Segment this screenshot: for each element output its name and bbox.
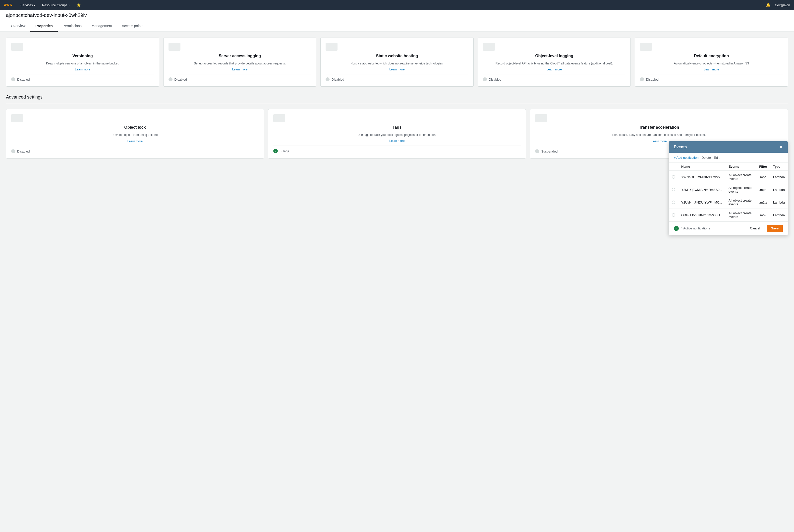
- versioning-learn-more[interactable]: Learn more: [11, 68, 154, 71]
- default-encryption-status-icon: [640, 77, 644, 81]
- object-lock-status: Disabled: [11, 149, 259, 153]
- row-radio-2[interactable]: [672, 188, 675, 191]
- row-2-type: Lambda: [770, 184, 788, 196]
- tab-overview[interactable]: Overview: [6, 21, 30, 32]
- resource-groups-nav-item[interactable]: Resource Groups ▾: [41, 0, 71, 10]
- services-nav-item[interactable]: Services ▾: [19, 0, 37, 10]
- tags-status: ✓ 3 Tags: [273, 149, 521, 153]
- tab-access-points-label: Access points: [122, 24, 144, 28]
- events-modal-close-icon[interactable]: ✕: [779, 145, 783, 149]
- tags-card[interactable]: Tags Use tags to track your cost against…: [268, 109, 526, 158]
- default-encryption-learn-more[interactable]: Learn more: [640, 68, 783, 71]
- static-hosting-title: Static website hosting: [325, 54, 469, 58]
- static-hosting-learn-more[interactable]: Learn more: [325, 68, 469, 71]
- filter-column-header: Filter: [756, 163, 770, 171]
- object-lock-description: Prevent objects from being deleted.: [11, 133, 259, 138]
- tags-status-label: 3 Tags: [280, 149, 289, 153]
- row-4-events: All object create events: [725, 209, 756, 222]
- default-encryption-status-label: Disabled: [646, 78, 659, 81]
- row-3-name: Y2UyNmJlNDUtYWFmMC...: [678, 196, 725, 209]
- advanced-settings-divider: [6, 104, 788, 104]
- transfer-acceleration-status-icon: [535, 149, 539, 153]
- resource-groups-label: Resource Groups: [42, 3, 68, 7]
- save-button[interactable]: Save: [767, 225, 783, 232]
- add-notification-button[interactable]: + Add notification: [674, 156, 698, 159]
- table-row: YWNhODFmMDItZDEwMy... All object create …: [669, 171, 788, 184]
- tab-management[interactable]: Management: [87, 21, 117, 32]
- events-modal-header: Events ✕: [669, 141, 788, 153]
- server-logging-status: Disabled: [169, 77, 311, 81]
- tags-learn-more[interactable]: Learn more: [273, 139, 521, 142]
- versioning-status-icon: [11, 77, 15, 81]
- object-logging-description: Record object-level API activity using t…: [483, 61, 626, 66]
- tab-permissions-label: Permissions: [63, 24, 82, 28]
- versioning-status-label: Disabled: [17, 78, 30, 81]
- default-encryption-status: Disabled: [640, 77, 783, 81]
- object-logging-icon: [483, 43, 495, 51]
- events-modal-actions: + Add notification Delete Edit: [669, 153, 788, 163]
- object-lock-learn-more[interactable]: Learn more: [11, 139, 259, 143]
- cancel-button[interactable]: Cancel: [746, 225, 764, 232]
- tags-divider: [273, 146, 521, 146]
- default-encryption-icon: [640, 43, 652, 51]
- row-radio-1[interactable]: [672, 175, 675, 179]
- transfer-acceleration-title: Transfer acceleration: [535, 125, 783, 130]
- server-logging-status-label: Disabled: [174, 78, 187, 81]
- row-3-type: Lambda: [770, 196, 788, 209]
- server-logging-title: Server access logging: [169, 54, 311, 58]
- name-column-header: Name: [678, 163, 725, 171]
- modal-footer-buttons: Cancel Save: [746, 225, 783, 232]
- transfer-acceleration-status-label: Suspended: [541, 150, 557, 153]
- user-menu[interactable]: alex@ajon: [775, 3, 790, 7]
- row-2-name: Y2M1YjEwMjAtNmRmZS0...: [678, 184, 725, 196]
- row-radio-3[interactable]: [672, 201, 675, 204]
- top-navigation: aws Services ▾ Resource Groups ▾ ⭐ 🔔 ale…: [0, 0, 794, 10]
- table-row: Y2UyNmJlNDUtYWFmMC... All object create …: [669, 196, 788, 209]
- tags-description: Use tags to track your cost against proj…: [273, 133, 521, 137]
- versioning-card[interactable]: Versioning Keep multiple versions of an …: [6, 38, 159, 87]
- title-bar: ajonpcatchatvod-dev-input-x0wh29iv: [0, 10, 794, 21]
- object-lock-status-icon: [11, 149, 15, 153]
- tab-properties[interactable]: Properties: [30, 21, 57, 32]
- object-logging-title: Object-level logging: [483, 54, 626, 58]
- events-modal-footer: ✓ 4 Active notifications Cancel Save: [669, 222, 788, 235]
- row-2-filter: .mp4: [756, 184, 770, 196]
- default-encryption-description: Automatically encrypt objects when store…: [640, 61, 783, 66]
- tab-properties-label: Properties: [35, 24, 53, 28]
- object-lock-status-label: Disabled: [17, 150, 30, 153]
- notification-bell-icon[interactable]: 🔔: [765, 3, 771, 7]
- server-logging-icon: [169, 43, 181, 51]
- favorites-icon[interactable]: ⭐: [75, 0, 82, 10]
- row-3-filter: .m2ts: [756, 196, 770, 209]
- object-level-logging-card[interactable]: Object-level logging Record object-level…: [478, 38, 631, 87]
- services-label: Services: [20, 3, 33, 7]
- object-logging-learn-more[interactable]: Learn more: [483, 68, 626, 71]
- static-hosting-icon: [325, 43, 338, 51]
- tags-icon: [273, 114, 285, 122]
- versioning-status: Disabled: [11, 77, 154, 81]
- events-table-header-row: Name Events Filter Type: [669, 163, 788, 171]
- delete-notification-button[interactable]: Delete: [701, 156, 711, 159]
- tags-status-check-icon: ✓: [273, 149, 278, 153]
- row-1-events: All object create events: [725, 171, 756, 184]
- tab-permissions[interactable]: Permissions: [58, 21, 87, 32]
- row-radio-4[interactable]: [672, 213, 675, 217]
- object-lock-card[interactable]: Object lock Prevent objects from being d…: [6, 109, 264, 158]
- static-hosting-status-label: Disabled: [332, 78, 344, 81]
- static-website-hosting-card[interactable]: Static website hosting Host a static web…: [320, 38, 474, 87]
- object-logging-status-label: Disabled: [489, 78, 502, 81]
- server-access-logging-card[interactable]: Server access logging Set up access log …: [163, 38, 317, 87]
- row-4-type: Lambda: [770, 209, 788, 222]
- static-hosting-status: Disabled: [325, 77, 469, 81]
- server-logging-learn-more[interactable]: Learn more: [169, 68, 311, 71]
- versioning-description: Keep multiple versions of an object in t…: [11, 61, 154, 66]
- tab-access-points[interactable]: Access points: [117, 21, 148, 32]
- checkbox-column-header: [669, 163, 678, 171]
- active-notifications-label: 4 Active notifications: [681, 226, 710, 230]
- versioning-title: Versioning: [11, 54, 154, 58]
- edit-notification-button[interactable]: Edit: [714, 156, 719, 159]
- events-modal: Events ✕ + Add notification Delete Edit …: [668, 141, 788, 235]
- object-lock-icon: [11, 114, 23, 122]
- server-logging-description: Set up access log records that provide d…: [169, 61, 311, 66]
- default-encryption-card[interactable]: Default encryption Automatically encrypt…: [635, 38, 788, 87]
